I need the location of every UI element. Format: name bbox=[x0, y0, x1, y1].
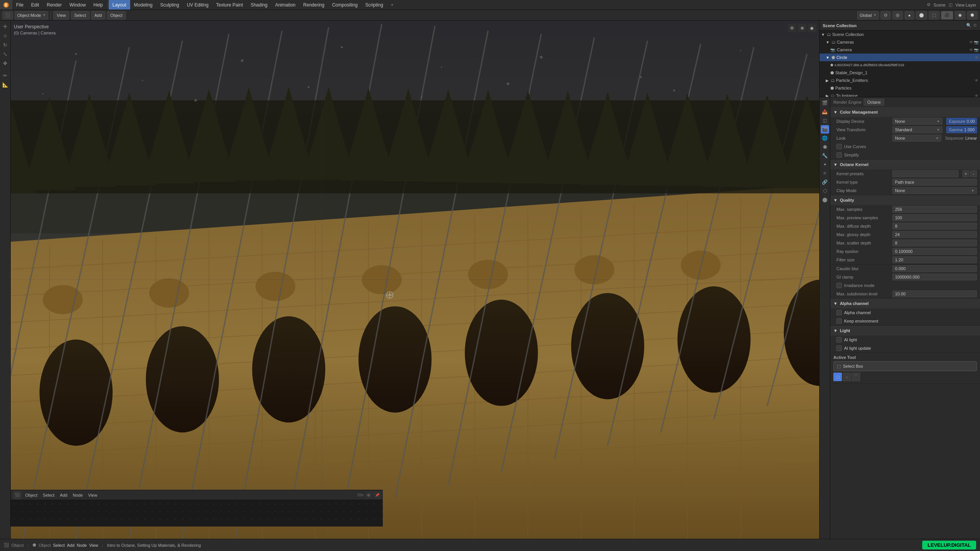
solid-btn[interactable]: ⬛ bbox=[941, 11, 953, 20]
kernel-type-value[interactable]: Path trace bbox=[892, 179, 977, 186]
workspace-compositing[interactable]: Compositing bbox=[328, 0, 361, 10]
workspace-layout[interactable]: Layout bbox=[109, 0, 130, 10]
menu-edit[interactable]: Edit bbox=[27, 0, 43, 10]
prop-view-layer-tab[interactable]: ◫ bbox=[821, 116, 829, 125]
node-area[interactable] bbox=[11, 500, 383, 527]
prop-output-tab[interactable]: 📤 bbox=[821, 108, 829, 116]
instance-visibility-icon[interactable]: 👁 bbox=[975, 94, 978, 98]
alpha-channel-header[interactable]: ▼ Alpha channel bbox=[830, 298, 980, 308]
overlay-btn[interactable]: ⬤ bbox=[916, 11, 927, 20]
prop-scene-tab[interactable]: 🎬 bbox=[821, 125, 829, 134]
prop-material-tab[interactable]: ⬤ bbox=[821, 196, 829, 204]
snap-btn[interactable]: ⊙ bbox=[880, 11, 891, 20]
ai-light-update-checkbox[interactable] bbox=[836, 346, 842, 351]
outliner-circle-object[interactable]: ▼ ⬟ Circle 👁 bbox=[820, 54, 980, 61]
octane-kernel-header[interactable]: ▼ Octane Kernel bbox=[830, 160, 980, 170]
viewport-3d[interactable]: User Perspective (0) Cameras | Camera ⚙ … bbox=[11, 21, 819, 539]
prop-render-tab[interactable]: 🎬 bbox=[821, 99, 829, 107]
exposure-value[interactable]: Exposure 0.00 bbox=[946, 118, 977, 125]
kernel-presets-remove[interactable]: - bbox=[970, 170, 977, 177]
object-btn[interactable]: Object bbox=[107, 11, 126, 20]
status-add-label[interactable]: Add bbox=[67, 543, 75, 548]
caustic-blur-value[interactable]: 0.000 bbox=[892, 265, 977, 272]
outliner-search-icon[interactable]: 🔍 bbox=[966, 23, 972, 28]
prop-data-tab[interactable]: ⬡ bbox=[821, 187, 829, 195]
select-box-btn[interactable]: ⬚ Select Box bbox=[833, 361, 977, 371]
prop-physics-tab[interactable]: ⚛ bbox=[821, 169, 829, 178]
view-btn[interactable]: View bbox=[53, 11, 69, 20]
quality-header[interactable]: ▼ Quality bbox=[830, 195, 980, 205]
kernel-presets-value[interactable] bbox=[892, 170, 959, 177]
keep-environment-checkbox[interactable] bbox=[836, 318, 842, 324]
menu-file[interactable]: File bbox=[12, 0, 27, 10]
max-samples-value[interactable]: 256 bbox=[892, 206, 977, 213]
node-select-btn[interactable]: Select bbox=[41, 493, 56, 497]
outliner-stable-design[interactable]: ⬟ Stable_Design_1 bbox=[820, 69, 980, 77]
node-add-btn[interactable]: Add bbox=[58, 493, 69, 497]
camera-visibility-icon[interactable]: 👁 bbox=[969, 48, 973, 52]
prop-particles-tab[interactable]: ✦ bbox=[821, 160, 829, 169]
transform-tool[interactable]: ✥ bbox=[1, 59, 10, 67]
status-node-label[interactable]: Node bbox=[77, 543, 87, 548]
gi-clamp-value[interactable]: 1000000.000 bbox=[892, 274, 977, 280]
workspace-rendering[interactable]: Rendering bbox=[299, 0, 328, 10]
irradiance-mode-checkbox[interactable] bbox=[836, 283, 842, 288]
workspace-uv-editing[interactable]: UV Editing bbox=[183, 0, 212, 10]
max-subdivision-value[interactable]: 10.00 bbox=[892, 290, 977, 297]
measure-tool[interactable]: 📐 bbox=[1, 80, 10, 89]
menu-render[interactable]: Render bbox=[43, 0, 65, 10]
kernel-presets-add[interactable]: + bbox=[962, 170, 969, 177]
viewport-overlay-btn[interactable]: ◉ bbox=[808, 24, 816, 32]
node-node-btn[interactable]: Node bbox=[71, 493, 84, 497]
shading-btn[interactable]: ● bbox=[905, 11, 914, 20]
workspace-animation[interactable]: Animation bbox=[271, 0, 299, 10]
display-device-value[interactable]: None ▼ bbox=[892, 118, 942, 125]
cursor-tool[interactable]: ✛ bbox=[1, 22, 10, 31]
rendered-btn[interactable]: ⬟ bbox=[967, 11, 978, 20]
workspace-scripting[interactable]: Scripting bbox=[361, 0, 387, 10]
max-preview-value[interactable]: 100 bbox=[892, 214, 977, 221]
outliner-cameras-collection[interactable]: ▼ 🗂 Cameras 👁 📷 bbox=[820, 38, 980, 46]
cameras-visibility-icon[interactable]: 👁 bbox=[969, 40, 973, 44]
camera-render-icon[interactable]: 📷 bbox=[974, 48, 978, 52]
xray-btn[interactable]: ⬚ bbox=[929, 11, 939, 20]
max-diffuse-value[interactable]: 8 bbox=[892, 223, 977, 230]
tool-lasso-icon[interactable]: ⌒ bbox=[852, 373, 860, 381]
node-view-btn[interactable]: View bbox=[87, 493, 99, 497]
menu-window[interactable]: Window bbox=[65, 0, 90, 10]
ai-light-checkbox[interactable] bbox=[836, 337, 842, 342]
outliner-filter-icon[interactable]: ⚙ bbox=[973, 23, 977, 28]
brand-badge[interactable]: LEVELUP.DIGITAL bbox=[922, 541, 976, 549]
view-transform-value[interactable]: Standard ▼ bbox=[892, 126, 942, 133]
circle-visibility-icon[interactable]: 👁 bbox=[975, 55, 978, 60]
annotate-tool[interactable]: ✏ bbox=[1, 71, 10, 80]
color-management-header[interactable]: ▼ Color Management bbox=[830, 107, 980, 117]
node-pin-btn[interactable]: 📌 bbox=[374, 492, 381, 499]
tool-box-icon[interactable]: ⬚ bbox=[833, 373, 842, 381]
blender-logo[interactable]: B bbox=[0, 0, 12, 10]
prop-world-tab[interactable]: 🌐 bbox=[821, 134, 829, 142]
filter-size-value[interactable]: 1.20 bbox=[892, 256, 977, 263]
tool-circle-icon[interactable]: ○ bbox=[843, 373, 851, 381]
outliner-scene-collection[interactable]: ▼ 🗂 Scene Collection bbox=[820, 31, 980, 38]
outliner-particle-emitters[interactable]: ▶ 🗂 Particle_Emitters 👁 bbox=[820, 77, 980, 84]
ray-epsilon-value[interactable]: 0.100000 bbox=[892, 248, 977, 255]
outliner-camera-object[interactable]: 📷 Camera 👁 📷 bbox=[820, 46, 980, 54]
viewport-icon-btn[interactable]: ⬛ bbox=[2, 11, 13, 20]
menu-help[interactable]: Help bbox=[90, 0, 107, 10]
add-btn[interactable]: Add bbox=[91, 11, 106, 20]
status-view-label[interactable]: View bbox=[89, 543, 98, 548]
proportional-btn[interactable]: ◎ bbox=[892, 11, 903, 20]
prop-modifiers-tab[interactable]: 🔧 bbox=[821, 152, 829, 160]
move-tool[interactable]: ⊹ bbox=[1, 31, 10, 40]
material-btn[interactable]: ◉ bbox=[955, 11, 965, 20]
workspace-sculpting[interactable]: Sculpting bbox=[157, 0, 183, 10]
particle-visibility-icon[interactable]: 👁 bbox=[975, 78, 978, 83]
workspace-texture-paint[interactable]: Texture Paint bbox=[212, 0, 247, 10]
max-glossy-value[interactable]: 24 bbox=[892, 231, 977, 238]
prop-object-tab[interactable]: ⬟ bbox=[821, 143, 829, 151]
simplify-checkbox[interactable] bbox=[836, 152, 842, 158]
viewport-settings-btn[interactable]: ⚙ bbox=[788, 24, 796, 32]
light-header[interactable]: ▼ Light bbox=[830, 326, 980, 336]
render-engine-value[interactable]: Octane bbox=[864, 99, 884, 106]
